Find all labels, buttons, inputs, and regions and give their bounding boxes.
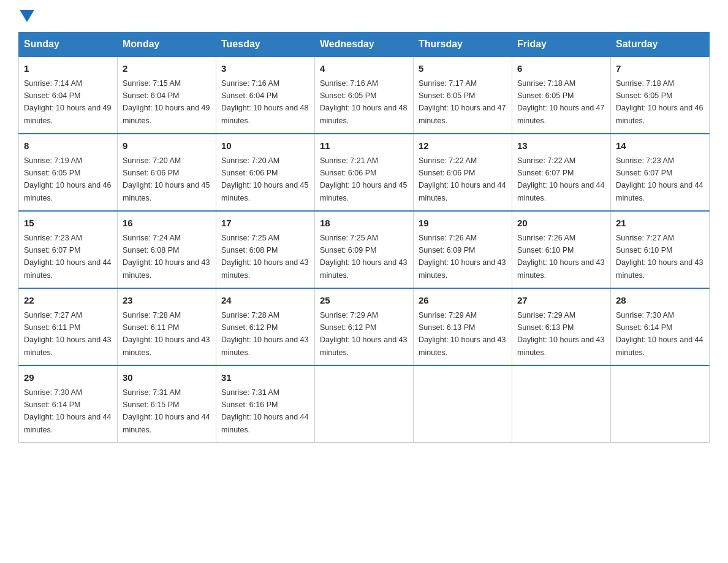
- header-monday: Monday: [118, 33, 216, 57]
- day-number: 30: [123, 371, 211, 385]
- header-thursday: Thursday: [414, 33, 512, 57]
- day-number: 20: [517, 216, 605, 231]
- day-number: 18: [320, 216, 408, 231]
- header-saturday: Saturday: [611, 33, 710, 57]
- calendar-day-cell: 21Sunrise: 7:27 AMSunset: 6:10 PMDayligh…: [611, 211, 710, 288]
- calendar-week-row: 29Sunrise: 7:30 AMSunset: 6:14 PMDayligh…: [19, 366, 710, 443]
- day-number: 29: [24, 371, 112, 385]
- day-number: 16: [123, 216, 211, 231]
- calendar-day-cell: 4Sunrise: 7:16 AMSunset: 6:05 PMDaylight…: [315, 56, 414, 134]
- calendar-table: SundayMondayTuesdayWednesdayThursdayFrid…: [18, 32, 710, 443]
- day-info: Sunrise: 7:31 AMSunset: 6:16 PMDaylight:…: [221, 388, 308, 434]
- day-info: Sunrise: 7:28 AMSunset: 6:11 PMDaylight:…: [123, 311, 210, 357]
- day-info: Sunrise: 7:30 AMSunset: 6:14 PMDaylight:…: [616, 311, 703, 357]
- day-info: Sunrise: 7:16 AMSunset: 6:05 PMDaylight:…: [320, 79, 407, 125]
- day-info: Sunrise: 7:22 AMSunset: 6:07 PMDaylight:…: [517, 156, 604, 202]
- calendar-day-cell: 28Sunrise: 7:30 AMSunset: 6:14 PMDayligh…: [611, 288, 710, 366]
- day-number: 17: [221, 216, 309, 231]
- day-info: Sunrise: 7:19 AMSunset: 6:05 PMDaylight:…: [24, 156, 111, 202]
- calendar-week-row: 1Sunrise: 7:14 AMSunset: 6:04 PMDaylight…: [19, 56, 710, 134]
- calendar-week-row: 8Sunrise: 7:19 AMSunset: 6:05 PMDaylight…: [19, 134, 710, 211]
- day-info: Sunrise: 7:18 AMSunset: 6:05 PMDaylight:…: [616, 79, 703, 125]
- calendar-day-cell: 23Sunrise: 7:28 AMSunset: 6:11 PMDayligh…: [118, 288, 216, 366]
- calendar-header-row: SundayMondayTuesdayWednesdayThursdayFrid…: [19, 33, 710, 57]
- day-info: Sunrise: 7:20 AMSunset: 6:06 PMDaylight:…: [123, 156, 210, 202]
- day-number: 22: [24, 294, 112, 308]
- day-info: Sunrise: 7:18 AMSunset: 6:05 PMDaylight:…: [517, 79, 604, 125]
- day-info: Sunrise: 7:23 AMSunset: 6:07 PMDaylight:…: [616, 156, 703, 202]
- calendar-day-cell: 22Sunrise: 7:27 AMSunset: 6:11 PMDayligh…: [19, 288, 118, 366]
- day-number: 4: [320, 62, 408, 76]
- day-info: Sunrise: 7:25 AMSunset: 6:09 PMDaylight:…: [320, 234, 407, 280]
- header-sunday: Sunday: [19, 33, 118, 57]
- day-info: Sunrise: 7:16 AMSunset: 6:04 PMDaylight:…: [221, 79, 308, 125]
- day-info: Sunrise: 7:15 AMSunset: 6:04 PMDaylight:…: [123, 79, 210, 125]
- day-info: Sunrise: 7:22 AMSunset: 6:06 PMDaylight:…: [419, 156, 506, 202]
- day-number: 7: [616, 62, 704, 76]
- calendar-day-cell: 30Sunrise: 7:31 AMSunset: 6:15 PMDayligh…: [118, 366, 216, 443]
- calendar-day-cell: 16Sunrise: 7:24 AMSunset: 6:08 PMDayligh…: [118, 211, 216, 288]
- calendar-day-cell: 15Sunrise: 7:23 AMSunset: 6:07 PMDayligh…: [19, 211, 118, 288]
- day-info: Sunrise: 7:29 AMSunset: 6:12 PMDaylight:…: [320, 311, 407, 357]
- calendar-day-cell: 10Sunrise: 7:20 AMSunset: 6:06 PMDayligh…: [216, 134, 315, 211]
- calendar-day-cell: 13Sunrise: 7:22 AMSunset: 6:07 PMDayligh…: [512, 134, 611, 211]
- day-number: 23: [123, 294, 211, 308]
- day-number: 3: [221, 62, 309, 76]
- calendar-day-cell: [611, 366, 710, 443]
- day-number: 1: [24, 62, 112, 76]
- calendar-day-cell: [414, 366, 512, 443]
- day-number: 25: [320, 294, 408, 308]
- calendar-day-cell: 7Sunrise: 7:18 AMSunset: 6:05 PMDaylight…: [611, 56, 710, 134]
- day-number: 6: [517, 62, 605, 76]
- day-info: Sunrise: 7:28 AMSunset: 6:12 PMDaylight:…: [221, 311, 308, 357]
- day-number: 14: [616, 139, 704, 153]
- calendar-day-cell: 17Sunrise: 7:25 AMSunset: 6:08 PMDayligh…: [216, 211, 315, 288]
- day-info: Sunrise: 7:14 AMSunset: 6:04 PMDaylight:…: [24, 79, 111, 125]
- day-number: 26: [419, 294, 507, 308]
- day-info: Sunrise: 7:29 AMSunset: 6:13 PMDaylight:…: [419, 311, 506, 357]
- calendar-day-cell: 24Sunrise: 7:28 AMSunset: 6:12 PMDayligh…: [216, 288, 315, 366]
- calendar-week-row: 22Sunrise: 7:27 AMSunset: 6:11 PMDayligh…: [19, 288, 710, 366]
- day-number: 12: [419, 139, 507, 153]
- day-info: Sunrise: 7:30 AMSunset: 6:14 PMDaylight:…: [24, 388, 111, 434]
- calendar-day-cell: [315, 366, 414, 443]
- day-number: 11: [320, 139, 408, 153]
- calendar-day-cell: 14Sunrise: 7:23 AMSunset: 6:07 PMDayligh…: [611, 134, 710, 211]
- calendar-day-cell: 3Sunrise: 7:16 AMSunset: 6:04 PMDaylight…: [216, 56, 315, 134]
- logo: [18, 12, 34, 20]
- calendar-day-cell: 31Sunrise: 7:31 AMSunset: 6:16 PMDayligh…: [216, 366, 315, 443]
- day-number: 28: [616, 294, 704, 308]
- calendar-day-cell: 26Sunrise: 7:29 AMSunset: 6:13 PMDayligh…: [414, 288, 512, 366]
- calendar-day-cell: 27Sunrise: 7:29 AMSunset: 6:13 PMDayligh…: [512, 288, 611, 366]
- day-number: 27: [517, 294, 605, 308]
- day-number: 8: [24, 139, 112, 153]
- calendar-day-cell: 5Sunrise: 7:17 AMSunset: 6:05 PMDaylight…: [414, 56, 512, 134]
- day-number: 15: [24, 216, 112, 231]
- calendar-day-cell: 6Sunrise: 7:18 AMSunset: 6:05 PMDaylight…: [512, 56, 611, 134]
- day-number: 9: [123, 139, 211, 153]
- day-info: Sunrise: 7:29 AMSunset: 6:13 PMDaylight:…: [517, 311, 604, 357]
- calendar-day-cell: 25Sunrise: 7:29 AMSunset: 6:12 PMDayligh…: [315, 288, 414, 366]
- day-number: 21: [616, 216, 704, 231]
- day-info: Sunrise: 7:17 AMSunset: 6:05 PMDaylight:…: [419, 79, 506, 125]
- calendar-day-cell: 9Sunrise: 7:20 AMSunset: 6:06 PMDaylight…: [118, 134, 216, 211]
- day-number: 31: [221, 371, 309, 385]
- calendar-day-cell: 19Sunrise: 7:26 AMSunset: 6:09 PMDayligh…: [414, 211, 512, 288]
- header-wednesday: Wednesday: [315, 33, 414, 57]
- calendar-day-cell: 11Sunrise: 7:21 AMSunset: 6:06 PMDayligh…: [315, 134, 414, 211]
- day-info: Sunrise: 7:31 AMSunset: 6:15 PMDaylight:…: [123, 388, 210, 434]
- day-info: Sunrise: 7:20 AMSunset: 6:06 PMDaylight:…: [221, 156, 308, 202]
- day-number: 13: [517, 139, 605, 153]
- day-info: Sunrise: 7:25 AMSunset: 6:08 PMDaylight:…: [221, 234, 308, 280]
- day-number: 2: [123, 62, 211, 76]
- header-tuesday: Tuesday: [216, 33, 315, 57]
- header-friday: Friday: [512, 33, 611, 57]
- day-number: 10: [221, 139, 309, 153]
- day-number: 24: [221, 294, 309, 308]
- calendar-day-cell: [512, 366, 611, 443]
- logo-triangle-icon: [20, 10, 34, 22]
- calendar-day-cell: 18Sunrise: 7:25 AMSunset: 6:09 PMDayligh…: [315, 211, 414, 288]
- day-info: Sunrise: 7:27 AMSunset: 6:11 PMDaylight:…: [24, 311, 111, 357]
- day-number: 19: [419, 216, 507, 231]
- day-info: Sunrise: 7:27 AMSunset: 6:10 PMDaylight:…: [616, 234, 703, 280]
